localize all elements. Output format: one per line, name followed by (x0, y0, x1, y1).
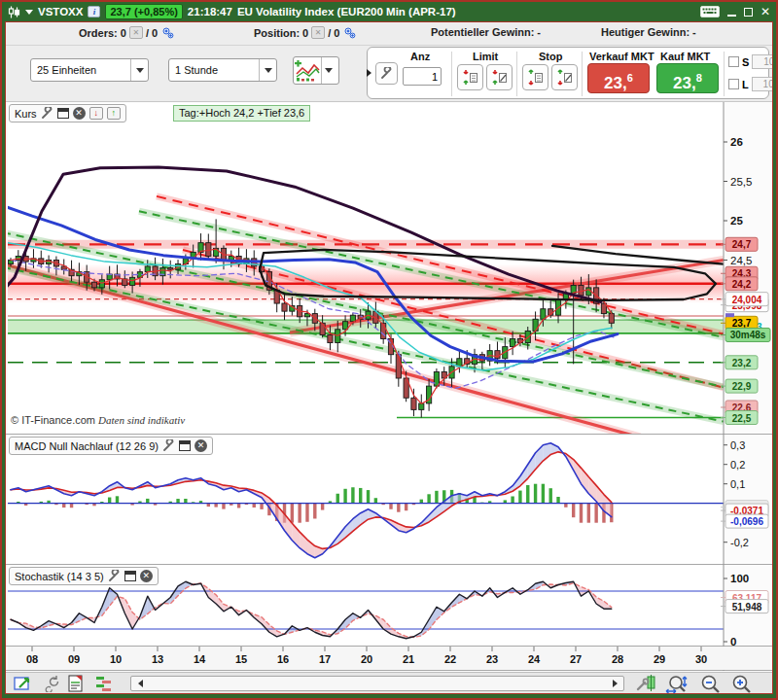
content-frame: Orders: 0 ✕ / 0 Position: 0 ✕ / 0 Potent… (5, 21, 773, 694)
keyboard-icon[interactable] (700, 6, 720, 18)
quick-sell-icon[interactable]: ↓ (89, 107, 103, 120)
zoom-fit-icon[interactable] (665, 675, 690, 694)
sell-price-main: 23, (604, 74, 627, 92)
price-badge-24,2-text: 24,2 (732, 279, 752, 290)
wrench-icon[interactable] (41, 107, 53, 120)
close-window-button[interactable]: ✕ (760, 6, 770, 18)
stop-sell-icon (527, 69, 544, 86)
trade-panel: Anz Limit Stop Verkauf M (367, 47, 769, 99)
copyright-text: © IT-Finance.com (11, 414, 95, 426)
potential-profit-block: Potentieller Gewinn: - (431, 26, 541, 38)
stoch-panel-header: Stochastik (14 3 5) ✕ (9, 567, 159, 585)
limit-buy-button[interactable] (486, 64, 513, 90)
buy-price-decimal: 8 (696, 72, 702, 84)
zoom-out-icon[interactable] (700, 675, 722, 694)
time-label-10: 10 (110, 653, 122, 665)
price-tick-24,5: 24,5 (730, 255, 752, 266)
orders-count2: 0 (152, 27, 158, 39)
limit-sell-button[interactable] (457, 64, 483, 90)
position-gear-icon[interactable] (342, 26, 356, 39)
stop-auto-row: S (728, 54, 773, 69)
time-label-29: 29 (654, 653, 665, 665)
orders-gear-icon[interactable] (160, 26, 174, 39)
symbol-dropdown-icon[interactable] (25, 10, 33, 15)
units-dropdown-arrow-icon[interactable] (130, 59, 148, 81)
zoom-in-icon[interactable] (731, 675, 753, 694)
stop-sell-button[interactable] (522, 64, 548, 90)
time-label-27: 27 (570, 653, 582, 665)
info-icon[interactable]: i (88, 6, 100, 18)
trade-settings-button[interactable] (375, 62, 398, 85)
copyright-note: © IT-Finance.com Daten sind indikativ (11, 414, 185, 426)
report-icon[interactable] (68, 675, 84, 692)
position-count: 0 (302, 27, 308, 39)
units-dropdown-value: 25 Einheiten (31, 64, 130, 76)
position-block: Position: 0 ✕ / 0 (254, 26, 356, 39)
price-tick-26: 26 (730, 136, 743, 148)
price-tick-25: 25 (730, 215, 743, 227)
s-checkbox[interactable] (728, 56, 739, 67)
detach-window-icon[interactable] (179, 440, 191, 451)
stoch-title: Stochastik (14 3 5) (15, 571, 104, 582)
quick-buy-icon[interactable]: ↑ (107, 107, 121, 120)
chart-type-icon (294, 60, 321, 82)
minimize-button[interactable] (727, 8, 736, 17)
violet-ma-axis-mark (725, 313, 734, 317)
position-slash: / (328, 27, 331, 39)
wrench-icon (380, 67, 393, 80)
l-value-input[interactable] (752, 77, 773, 91)
close-panel-icon[interactable]: ✕ (140, 570, 153, 582)
stop-buy-button[interactable] (551, 64, 578, 90)
status-row: Orders: 0 ✕ / 0 Position: 0 ✕ / 0 Potent… (6, 22, 772, 46)
stop-label: Stop (539, 51, 562, 62)
time-label-16: 16 (277, 653, 289, 665)
panel-collapse-icon[interactable] (367, 69, 371, 77)
time-label-28: 28 (612, 653, 623, 665)
s-value-input[interactable] (752, 54, 773, 69)
wrench-icon[interactable] (162, 439, 175, 452)
l-checkbox[interactable] (728, 79, 739, 89)
macd-panel-header: MACD Null Nachlauf (12 26 9) ✕ (9, 437, 213, 455)
macd-tick--0,2: -0,2 (730, 537, 749, 548)
reload-data-icon[interactable] (45, 675, 62, 692)
time-label-14: 14 (194, 653, 206, 665)
price-badge-24,7-text: 24,7 (732, 239, 752, 250)
chart-type-arrow-icon[interactable] (321, 57, 335, 84)
time-label-15: 15 (235, 653, 247, 665)
kurs-title: Kurs (15, 108, 37, 120)
scroll-left-icon[interactable] (133, 678, 147, 689)
units-dropdown[interactable]: 25 Einheiten (30, 58, 149, 82)
scroll-right-icon[interactable] (608, 678, 621, 689)
close-panel-icon[interactable]: ✕ (194, 439, 207, 452)
price-chart-svg[interactable]: 08091013141516172021222324272829302625,5… (6, 102, 773, 673)
close-panel-icon[interactable]: ✕ (73, 107, 86, 120)
time-label-08: 08 (26, 653, 38, 665)
orders-label: Orders: (79, 27, 118, 39)
detach-window-icon[interactable] (124, 571, 136, 581)
interval-dropdown-arrow-icon[interactable] (259, 59, 276, 81)
position-list-icon[interactable]: ✕ (311, 26, 325, 39)
price-badge-22,9-text: 22,9 (732, 381, 752, 392)
buy-market-button[interactable]: 23,8 (656, 63, 719, 93)
chart-scrollbar[interactable] (130, 676, 624, 691)
orders-count: 0 (121, 27, 126, 39)
chart-properties-icon[interactable] (636, 675, 657, 692)
day-high-low-tag: Tag:+Hoch 24,2 +Tief 23,6 (173, 105, 310, 122)
time-label-13: 13 (152, 653, 163, 665)
export-chart-icon[interactable] (14, 675, 35, 692)
maximize-button[interactable] (744, 8, 753, 17)
position-label: Position: (254, 27, 300, 39)
price-badge-23,7-text: 23,7 (732, 318, 752, 329)
stoch-badge-51,948-text: 51,948 (732, 602, 762, 612)
orders-list-icon[interactable]: ✕ (129, 26, 143, 39)
wrench-icon[interactable] (108, 570, 121, 582)
quantity-input[interactable] (403, 67, 442, 86)
detach-window-icon[interactable] (57, 108, 69, 119)
candlestick-icon (8, 6, 20, 18)
sell-market-button[interactable]: 23,6 (587, 63, 650, 93)
position-count2: 0 (334, 27, 339, 39)
chart-type-button[interactable] (293, 56, 339, 85)
interval-dropdown[interactable]: 1 Stunde (168, 58, 277, 82)
symbol-name: VSTOXX (38, 6, 83, 18)
market-depth-icon[interactable] (95, 675, 113, 692)
